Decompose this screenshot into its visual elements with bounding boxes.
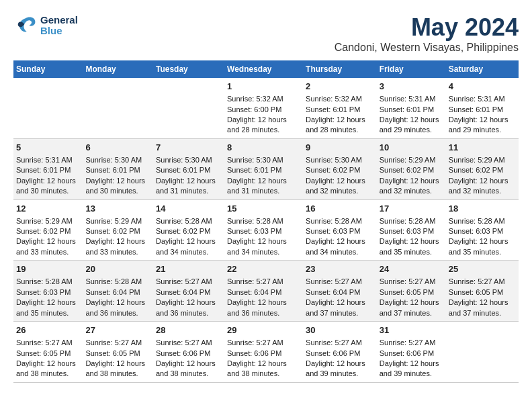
sunset: Sunset: 6:02 PM (380, 166, 434, 174)
calendar-week-1: 5Sunrise: 5:31 AMSunset: 6:01 PMDaylight… (13, 138, 519, 199)
daylight: Daylight: 12 hours and 33 minutes. (85, 237, 145, 255)
sunrise: Sunrise: 5:27 AM (380, 277, 436, 285)
sunrise: Sunrise: 5:27 AM (85, 338, 142, 347)
sunset: Sunset: 6:01 PM (85, 166, 140, 174)
daylight: Daylight: 12 hours and 34 minutes. (306, 237, 365, 255)
day-number: 31 (380, 324, 443, 336)
sunset: Sunset: 6:01 PM (227, 166, 281, 174)
sunset: Sunset: 6:01 PM (306, 105, 360, 113)
sunrise: Sunrise: 5:29 AM (16, 217, 73, 225)
calendar-cell (153, 78, 224, 138)
calendar-cell: 1Sunrise: 5:32 AMSunset: 6:00 PMDaylight… (224, 78, 303, 138)
calendar-cell: 27Sunrise: 5:27 AMSunset: 6:05 PMDayligh… (83, 322, 153, 383)
sunrise: Sunrise: 5:27 AM (449, 277, 505, 285)
sunset: Sunset: 6:06 PM (306, 349, 360, 357)
sunset: Sunset: 6:05 PM (380, 288, 434, 296)
day-number: 5 (16, 142, 80, 154)
sunrise: Sunrise: 5:31 AM (380, 95, 436, 103)
sunrise: Sunrise: 5:31 AM (16, 156, 73, 164)
daylight: Daylight: 12 hours and 35 minutes. (16, 298, 76, 316)
sunrise: Sunrise: 5:28 AM (449, 217, 505, 225)
daylight: Daylight: 12 hours and 35 minutes. (380, 237, 439, 255)
calendar-header-row: SundayMondayTuesdayWednesdayThursdayFrid… (13, 60, 519, 78)
calendar-cell: 14Sunrise: 5:28 AMSunset: 6:02 PMDayligh… (153, 199, 224, 261)
calendar-cell: 12Sunrise: 5:29 AMSunset: 6:02 PMDayligh… (13, 199, 83, 261)
day-number: 10 (380, 142, 443, 154)
sunrise: Sunrise: 5:28 AM (380, 217, 436, 225)
calendar-cell: 24Sunrise: 5:27 AMSunset: 6:05 PMDayligh… (377, 261, 446, 322)
daylight: Daylight: 12 hours and 32 minutes. (449, 177, 508, 195)
sunset: Sunset: 6:03 PM (227, 227, 281, 235)
sunset: Sunset: 6:02 PM (85, 227, 140, 235)
daylight: Daylight: 12 hours and 36 minutes. (227, 298, 287, 316)
sunrise: Sunrise: 5:27 AM (16, 338, 73, 347)
calendar-cell (13, 78, 83, 138)
day-number: 12 (16, 203, 80, 215)
calendar-cell: 31Sunrise: 5:27 AMSunset: 6:06 PMDayligh… (377, 322, 446, 383)
daylight: Daylight: 12 hours and 28 minutes. (227, 116, 287, 134)
daylight: Daylight: 12 hours and 29 minutes. (380, 116, 439, 134)
header-saturday: Saturday (446, 60, 519, 78)
calendar-cell: 6Sunrise: 5:30 AMSunset: 6:01 PMDaylight… (83, 138, 153, 199)
daylight: Daylight: 12 hours and 31 minutes. (227, 177, 287, 195)
calendar-cell: 13Sunrise: 5:29 AMSunset: 6:02 PMDayligh… (83, 199, 153, 261)
header-friday: Friday (377, 60, 446, 78)
daylight: Daylight: 12 hours and 31 minutes. (156, 177, 216, 195)
header-thursday: Thursday (303, 60, 377, 78)
title-block: May 2024 Candoni, Western Visayas, Phili… (335, 13, 519, 54)
calendar-week-3: 19Sunrise: 5:28 AMSunset: 6:03 PMDayligh… (13, 261, 519, 322)
daylight: Daylight: 12 hours and 35 minutes. (449, 237, 508, 255)
sunset: Sunset: 6:02 PM (449, 166, 503, 174)
day-number: 2 (306, 81, 374, 93)
header-tuesday: Tuesday (153, 60, 224, 78)
sunrise: Sunrise: 5:29 AM (449, 156, 505, 164)
sunrise: Sunrise: 5:27 AM (156, 338, 212, 347)
sunset: Sunset: 6:06 PM (380, 349, 434, 357)
main-title: May 2024 (335, 13, 519, 42)
sunset: Sunset: 6:03 PM (16, 288, 71, 296)
sunrise: Sunrise: 5:28 AM (306, 217, 362, 225)
logo-icon (13, 13, 38, 38)
day-number: 17 (380, 203, 443, 215)
daylight: Daylight: 12 hours and 33 minutes. (16, 237, 76, 255)
calendar-cell: 30Sunrise: 5:27 AMSunset: 6:06 PMDayligh… (303, 322, 377, 383)
sunset: Sunset: 6:02 PM (306, 166, 360, 174)
day-number: 23 (306, 263, 374, 275)
sunset: Sunset: 6:02 PM (156, 227, 210, 235)
day-number: 9 (306, 142, 374, 154)
header-monday: Monday (83, 60, 153, 78)
sunset: Sunset: 6:01 PM (16, 166, 71, 174)
sunset: Sunset: 6:03 PM (449, 227, 503, 235)
sunrise: Sunrise: 5:29 AM (85, 217, 142, 225)
daylight: Daylight: 12 hours and 34 minutes. (156, 237, 216, 255)
sunrise: Sunrise: 5:30 AM (85, 156, 142, 164)
daylight: Daylight: 12 hours and 36 minutes. (156, 298, 216, 316)
day-number: 27 (85, 324, 150, 336)
calendar-cell: 5Sunrise: 5:31 AMSunset: 6:01 PMDaylight… (13, 138, 83, 199)
daylight: Daylight: 12 hours and 39 minutes. (380, 359, 439, 377)
calendar-cell: 15Sunrise: 5:28 AMSunset: 6:03 PMDayligh… (224, 199, 303, 261)
sunrise: Sunrise: 5:28 AM (227, 217, 283, 225)
calendar-cell: 20Sunrise: 5:28 AMSunset: 6:04 PMDayligh… (83, 261, 153, 322)
sunrise: Sunrise: 5:30 AM (156, 156, 212, 164)
sunrise: Sunrise: 5:28 AM (16, 277, 73, 285)
day-number: 20 (85, 263, 150, 275)
sunset: Sunset: 6:05 PM (16, 349, 71, 357)
sunset: Sunset: 6:01 PM (156, 166, 210, 174)
sunrise: Sunrise: 5:32 AM (306, 95, 362, 103)
calendar-cell: 16Sunrise: 5:28 AMSunset: 6:03 PMDayligh… (303, 199, 377, 261)
logo: General Blue (13, 13, 78, 38)
day-number: 14 (156, 203, 222, 215)
header-sunday: Sunday (13, 60, 83, 78)
calendar-cell: 2Sunrise: 5:32 AMSunset: 6:01 PMDaylight… (303, 78, 377, 138)
calendar-cell: 11Sunrise: 5:29 AMSunset: 6:02 PMDayligh… (446, 138, 519, 199)
sunset: Sunset: 6:02 PM (16, 227, 71, 235)
day-number: 30 (306, 324, 374, 336)
day-number: 7 (156, 142, 222, 154)
sunrise: Sunrise: 5:28 AM (85, 277, 142, 285)
calendar-cell: 10Sunrise: 5:29 AMSunset: 6:02 PMDayligh… (377, 138, 446, 199)
sunrise: Sunrise: 5:27 AM (306, 277, 362, 285)
daylight: Daylight: 12 hours and 29 minutes. (449, 116, 508, 134)
calendar-cell: 26Sunrise: 5:27 AMSunset: 6:05 PMDayligh… (13, 322, 83, 383)
day-number: 18 (449, 203, 516, 215)
